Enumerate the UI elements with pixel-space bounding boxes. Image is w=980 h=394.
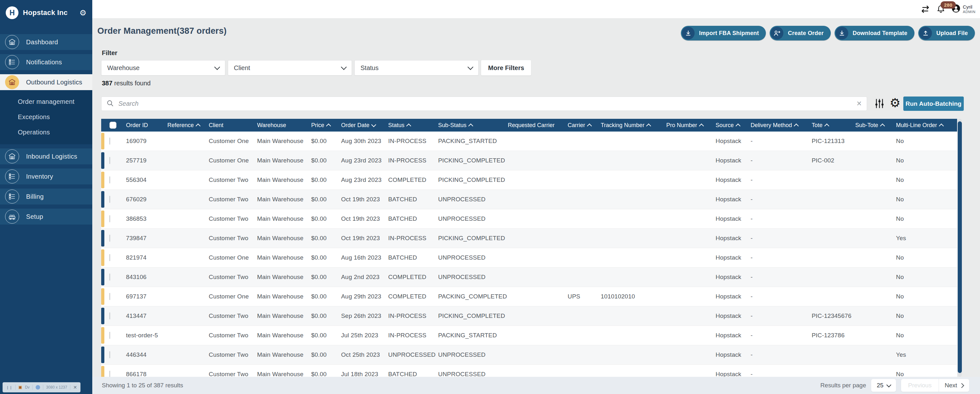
table-row[interactable]: 843106Customer TwoMain Warehouse$0.00Aug… [101, 268, 957, 287]
row-checkbox[interactable] [110, 137, 110, 145]
table-row[interactable]: 556304Customer TwoMain Warehouse$0.00Aug… [101, 171, 957, 190]
cell-delivery_method: - [751, 177, 812, 183]
col-header-reference[interactable]: Reference [167, 122, 209, 129]
cell-order_date: Oct 19th 2023 [341, 196, 388, 203]
close-icon[interactable]: ✕ [73, 385, 77, 390]
cell-order_id: 556304 [126, 177, 167, 183]
col-header-pro_number[interactable]: Pro Number [666, 122, 716, 129]
warehouse-icon [5, 149, 19, 163]
cell-select [101, 196, 126, 203]
run-auto-batching-button[interactable]: Run Auto-Batching [903, 97, 964, 111]
sliders-icon[interactable] [874, 98, 885, 110]
action-upload-file-button[interactable]: Upload File [918, 26, 975, 40]
filter-select-client[interactable]: Client [228, 60, 352, 75]
pause-icon[interactable]: ❙❙ [6, 385, 13, 389]
row-checkbox[interactable] [110, 313, 110, 319]
row-accent-bar [101, 172, 104, 188]
cell-sub_status: UNPROCESSED [438, 196, 508, 203]
cell-status: IN-PROCESS [388, 332, 438, 339]
row-checkbox[interactable] [110, 177, 110, 183]
col-header-delivery_method[interactable]: Delivery Method [751, 122, 812, 129]
row-checkbox[interactable] [110, 235, 110, 242]
row-checkbox[interactable] [110, 351, 110, 358]
recorder-dot-icon[interactable] [36, 385, 40, 389]
cell-delivery_method: - [751, 351, 812, 358]
col-header-multi_line_order[interactable]: Multi-Line Order [896, 122, 957, 129]
page-size-select[interactable]: 25 [871, 379, 896, 392]
search-input[interactable] [118, 100, 853, 108]
row-checkbox[interactable] [110, 293, 110, 300]
table-settings-gear-icon[interactable]: ⚙ [889, 96, 900, 110]
table-row[interactable]: test-order-5Customer TwoMain Warehouse$0… [101, 326, 957, 345]
col-header-tote[interactable]: Tote [812, 122, 855, 129]
notifications-bell-icon[interactable]: 280 [936, 5, 945, 14]
table-row[interactable]: 676029Customer TwoMain Warehouse$0.00Oct… [101, 190, 957, 209]
row-checkbox[interactable] [110, 332, 110, 339]
action-import-fba-shipment-button[interactable]: Import FBA Shipment [681, 26, 766, 40]
col-header-order_date[interactable]: Order Date [341, 122, 388, 129]
col-header-order_id: Order ID [126, 122, 167, 129]
col-header-sub_status[interactable]: Sub-Status [438, 122, 508, 129]
table-scrollbar[interactable] [958, 119, 962, 377]
col-header-client: Client [209, 122, 257, 129]
brand: H Hopstack Inc ⚙ [0, 0, 92, 26]
cell-status: COMPLETED [388, 177, 438, 183]
transfer-arrows-icon[interactable] [921, 5, 930, 14]
brand-name: Hopstack Inc [23, 9, 80, 17]
table-row[interactable]: 169079Customer OneMain Warehouse$0.00Aug… [101, 132, 957, 151]
row-checkbox[interactable] [110, 215, 110, 222]
col-header-label: Status [388, 122, 404, 129]
sidebar-item-inventory[interactable]: Inventory [0, 169, 92, 184]
sort-asc-icon [196, 124, 201, 129]
chevron-right-icon [959, 383, 964, 388]
pagination-footer: Showing 1 to 25 of 387 results Results p… [92, 377, 980, 394]
sidebar-item-outbound-logistics[interactable]: Outbound Logistics [0, 74, 92, 90]
sort-asc-icon [646, 124, 651, 129]
col-header-tracking_number[interactable]: Tracking Number [601, 122, 666, 129]
next-page-button[interactable]: Next [939, 382, 969, 389]
col-header-sub_tote[interactable]: Sub-Tote [855, 122, 896, 129]
action-download-template-button[interactable]: Download Template [835, 26, 915, 40]
table-row[interactable]: 821974Customer OneMain Warehouse$0.00Aug… [101, 248, 957, 268]
cell-client: Customer Two [209, 332, 257, 339]
clear-search-icon[interactable]: × [856, 99, 862, 108]
sidebar-item-notifications[interactable]: Notifications [0, 54, 92, 70]
row-checkbox[interactable] [110, 274, 110, 281]
action-create-order-button[interactable]: Create Order [770, 26, 830, 40]
col-header-source[interactable]: Source [716, 122, 751, 129]
cell-status: COMPLETED [388, 274, 438, 281]
cell-order_id: 676029 [126, 196, 167, 203]
select-all-checkbox[interactable] [110, 122, 116, 129]
sidebar-item-billing[interactable]: Billing [0, 188, 92, 204]
sidebar-item-dashboard[interactable]: Dashboard [0, 34, 92, 50]
filter-select-warehouse[interactable]: Warehouse [101, 60, 225, 75]
cell-order_id: 843106 [126, 274, 167, 281]
cell-client: Customer Two [209, 196, 257, 203]
scrollbar-thumb[interactable] [958, 121, 962, 373]
table-row[interactable]: 257719Customer OneMain Warehouse$0.00Aug… [101, 151, 957, 171]
filter-select-status[interactable]: Status [355, 60, 479, 75]
table-header-row: Order IDReferenceClientWarehousePriceOrd… [101, 119, 957, 132]
table-row[interactable]: 446344Customer TwoMain Warehouse$0.00Oct… [101, 345, 957, 365]
more-filters-button[interactable]: More Filters [481, 60, 531, 75]
table-row[interactable]: 386853Customer TwoMain Warehouse$0.00Oct… [101, 209, 957, 229]
table-row[interactable]: 413447Customer TwoMain Warehouse$0.00Sep… [101, 306, 957, 326]
sidebar-subitem-operations[interactable]: Operations [0, 124, 92, 140]
checklist-icon [5, 169, 19, 183]
col-header-status[interactable]: Status [388, 122, 438, 129]
previous-page-button[interactable]: Previous [901, 382, 939, 389]
row-checkbox[interactable] [110, 157, 110, 164]
row-accent-bar [101, 327, 104, 344]
sidebar-item-inbound-logistics[interactable]: Inbound Logistics [0, 148, 92, 164]
sidebar-item-setup[interactable]: Setup [0, 209, 92, 225]
table-row[interactable]: 697137Customer OneMain Warehouse$0.00Aug… [101, 287, 957, 306]
col-header-carrier[interactable]: Carrier [568, 122, 601, 129]
table-row[interactable]: 739847Customer TwoMain Warehouse$0.00Oct… [101, 229, 957, 248]
row-checkbox[interactable] [110, 196, 110, 203]
cell-order_date: Oct 19th 2023 [341, 235, 388, 242]
row-checkbox[interactable] [110, 254, 110, 261]
sidebar-subitem-exceptions[interactable]: Exceptions [0, 109, 92, 124]
col-header-price[interactable]: Price [311, 122, 341, 129]
sidebar-subitem-order-management[interactable]: Order management [0, 94, 92, 109]
gear-icon[interactable]: ⚙ [80, 8, 86, 18]
